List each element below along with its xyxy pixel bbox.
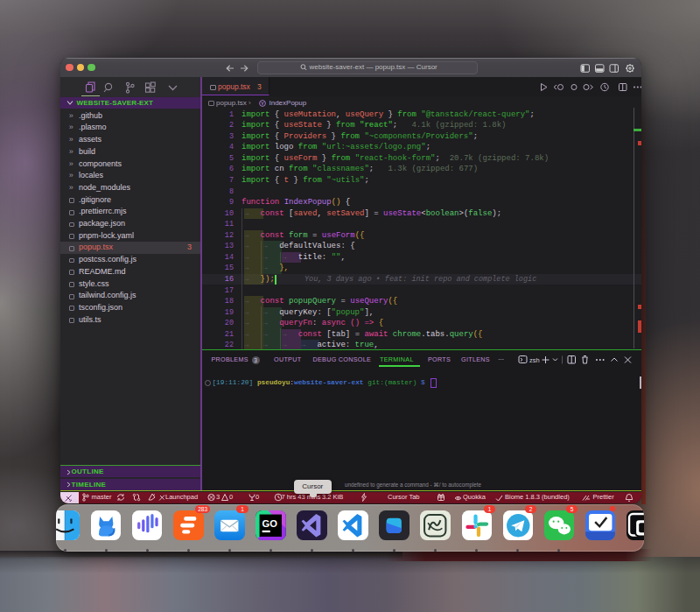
svg-text:GO: GO (262, 518, 278, 529)
svg-text:zsh: zsh (529, 356, 540, 364)
